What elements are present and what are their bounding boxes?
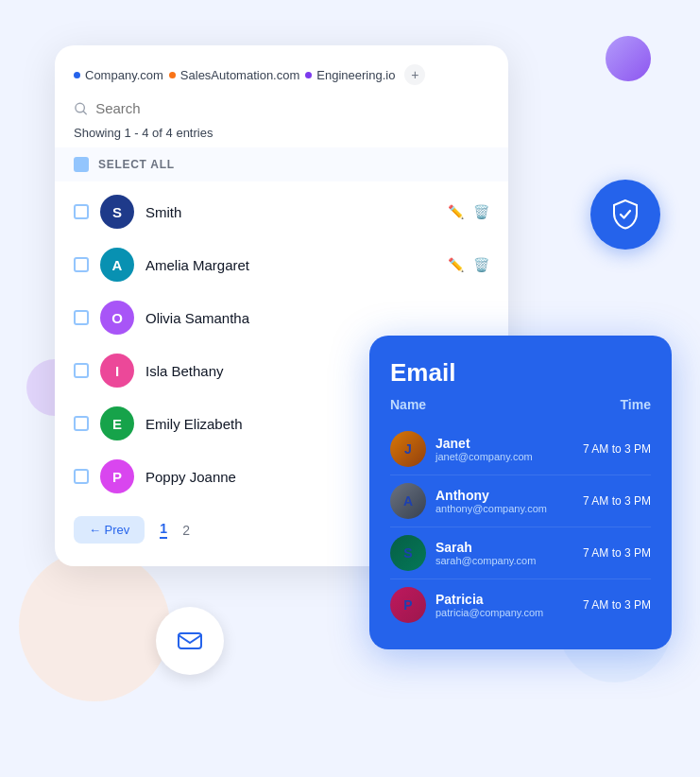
- delete-icon-1[interactable]: 🗑️: [473, 257, 489, 272]
- row-checkbox-2[interactable]: [74, 310, 89, 325]
- shield-badge: [590, 180, 660, 250]
- tabs-row: Company.com SalesAutomation.com Engineer…: [55, 64, 508, 100]
- email-card-header: Name Time: [390, 397, 651, 412]
- email-person-info-2: Sarah sarah@company.com: [435, 540, 573, 566]
- email-person-name-1: Anthony: [435, 488, 573, 503]
- email-time-1: 7 AM to 3 PM: [583, 494, 651, 508]
- avatar-1: A: [100, 248, 134, 282]
- avatar-3: I: [100, 354, 134, 388]
- email-col-name: Name: [390, 397, 426, 412]
- email-person-name-3: Patricia: [435, 592, 573, 607]
- search-icon: [74, 101, 88, 116]
- email-col-time: Time: [621, 397, 651, 412]
- tab-sales[interactable]: SalesAutomation.com: [169, 68, 299, 82]
- email-person-email-3: patricia@company.com: [435, 607, 573, 618]
- email-person-info-1: Anthony anthony@company.com: [435, 488, 573, 514]
- email-avatar-3: P: [390, 587, 426, 623]
- tab-label-engineering: Engineering.io: [316, 68, 395, 82]
- row-checkbox-5[interactable]: [74, 469, 89, 484]
- email-person-email-2: sarah@company.com: [435, 555, 573, 566]
- avatar-2: O: [100, 301, 134, 335]
- tab-engineering[interactable]: Engineering.io: [305, 68, 395, 82]
- email-person-email-0: janet@company.com: [435, 451, 573, 462]
- person-name-0: Smith: [145, 204, 436, 220]
- person-name-2: Olivia Samantha: [145, 310, 478, 326]
- row-actions-0: ✏️ 🗑️: [448, 204, 489, 219]
- email-list-item: S Sarah sarah@company.com 7 AM to 3 PM: [390, 527, 651, 579]
- email-list-item: J Janet janet@company.com 7 AM to 3 PM: [390, 423, 651, 475]
- email-card: Email Name Time J Janet janet@company.co…: [369, 336, 672, 649]
- search-bar: [74, 100, 489, 116]
- entries-count: Showing 1 - 4 of 4 entries: [55, 126, 508, 140]
- email-person-info-3: Patricia patricia@company.com: [435, 592, 573, 618]
- row-checkbox-3[interactable]: [74, 363, 89, 378]
- select-all-label: SELECT ALL: [98, 158, 175, 171]
- tab-label-company: Company.com: [85, 68, 163, 82]
- page-2[interactable]: 2: [182, 523, 190, 538]
- email-person-info-0: Janet janet@company.com: [435, 436, 573, 462]
- email-icon-circle: [156, 607, 224, 675]
- edit-icon-1[interactable]: ✏️: [448, 257, 464, 272]
- tab-label-sales: SalesAutomation.com: [180, 68, 299, 82]
- select-all-checkbox[interactable]: [74, 157, 89, 172]
- avatar-0: S: [100, 195, 134, 229]
- email-time-3: 7 AM to 3 PM: [583, 598, 651, 612]
- select-all-row[interactable]: SELECT ALL: [55, 147, 508, 181]
- email-person-email-1: anthony@company.com: [435, 503, 573, 514]
- row-checkbox-4[interactable]: [74, 416, 89, 431]
- avatar-5: P: [100, 459, 134, 493]
- page-1[interactable]: 1: [160, 521, 167, 539]
- email-avatar-2: S: [390, 535, 426, 571]
- row-checkbox-1[interactable]: [74, 257, 89, 272]
- email-list-item: A Anthony anthony@company.com 7 AM to 3 …: [390, 475, 651, 527]
- email-person-name-2: Sarah: [435, 540, 573, 555]
- edit-icon-0[interactable]: ✏️: [448, 204, 464, 219]
- row-actions-1: ✏️ 🗑️: [448, 257, 489, 272]
- email-card-title: Email: [390, 358, 651, 388]
- tab-dot-sales: [169, 72, 176, 78]
- person-name-1: Amelia Margaret: [145, 257, 436, 273]
- email-avatar-1: A: [390, 483, 426, 519]
- tab-company[interactable]: Company.com: [74, 68, 163, 82]
- row-checkbox-0[interactable]: [74, 204, 89, 219]
- table-row: A Amelia Margaret ✏️ 🗑️: [55, 238, 508, 291]
- table-row: S Smith ✏️ 🗑️: [55, 185, 508, 238]
- tab-dot-company: [74, 72, 80, 78]
- bg-decoration-peach: [19, 550, 170, 701]
- delete-icon-0[interactable]: 🗑️: [473, 204, 489, 219]
- tab-add-button[interactable]: +: [404, 64, 425, 85]
- email-person-name-0: Janet: [435, 436, 573, 451]
- email-avatar-0: J: [390, 431, 426, 467]
- bg-decoration-purple: [606, 36, 651, 81]
- email-list-item: P Patricia patricia@company.com 7 AM to …: [390, 579, 651, 630]
- email-time-0: 7 AM to 3 PM: [583, 442, 651, 456]
- email-time-2: 7 AM to 3 PM: [583, 546, 651, 560]
- tab-dot-engineering: [305, 72, 312, 78]
- svg-rect-0: [179, 633, 201, 648]
- prev-button[interactable]: ← Prev: [74, 516, 145, 544]
- avatar-4: E: [100, 406, 134, 440]
- search-input[interactable]: [95, 100, 489, 116]
